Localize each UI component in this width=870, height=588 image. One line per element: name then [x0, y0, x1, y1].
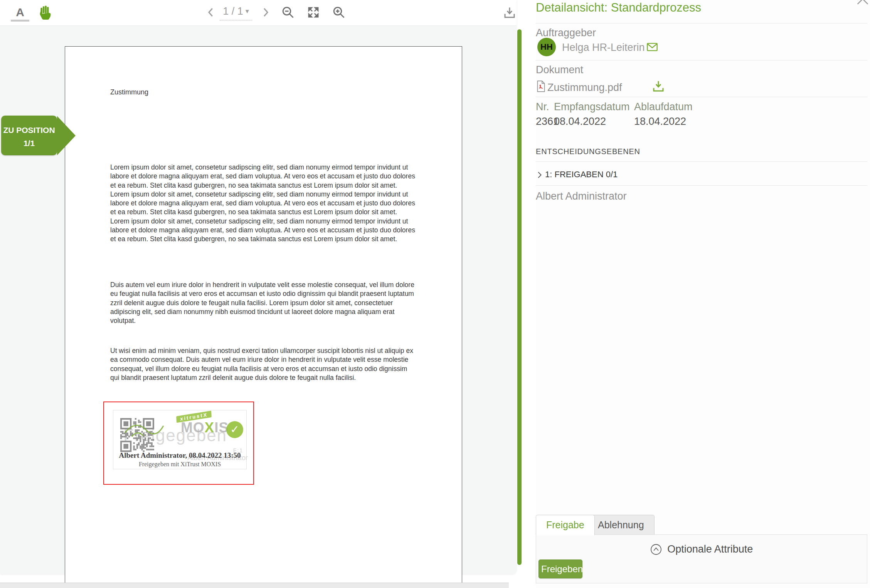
- document-paragraph: Lorem ipsum dolor sit amet, consetetur s…: [110, 163, 417, 244]
- document-viewer-panel: A 1 / 1▾: [0, 0, 517, 574]
- document-section-label: Dokument: [536, 64, 583, 76]
- email-icon[interactable]: [646, 41, 658, 53]
- document-title: Zustimmung: [110, 88, 148, 96]
- collapse-panel-chevron-icon[interactable]: [855, 0, 870, 9]
- next-page-button[interactable]: [259, 6, 272, 19]
- vertical-scrollbar-thumb[interactable]: [517, 29, 522, 565]
- pdf-file-icon: [536, 80, 546, 92]
- divider: [536, 60, 867, 60]
- hand-pan-tool-icon[interactable]: [36, 3, 55, 22]
- previous-page-button[interactable]: [204, 6, 217, 19]
- meta-header-nr: Nr.: [536, 101, 549, 113]
- signature-scribble-icon: [120, 416, 167, 447]
- meta-value-received: 08.04.2022: [554, 116, 606, 128]
- zoom-in-icon[interactable]: [332, 5, 346, 20]
- page-indicator-dropdown[interactable]: 1 / 1▾: [220, 5, 252, 20]
- moxis-logo: xitrustX MOXIS ✓: [175, 413, 244, 442]
- caret-down-icon: ▾: [246, 7, 249, 15]
- stamp-caption: Freigegeben mit XiTrust MOXIS: [113, 461, 246, 468]
- viewer-toolbar: A 1 / 1▾: [0, 0, 517, 26]
- freigabe-tab-panel: Optionale Attribute: [536, 534, 867, 583]
- chevron-up-circle-icon: [650, 544, 662, 555]
- detail-panel-title: Detailansicht: Standardprozess: [536, 1, 701, 15]
- client-section-label: Auftraggeber: [536, 27, 596, 39]
- divider: [536, 185, 867, 186]
- document-filename-link[interactable]: Zustimmung.pdf: [547, 82, 622, 94]
- pdf-page: Zustimmung Lorem ipsum dolor sit amet, c…: [65, 46, 462, 584]
- app-window: A 1 / 1▾: [0, 0, 870, 588]
- client-name: Helga HR-Leiterin: [562, 42, 645, 54]
- optional-attributes-label: Optionale Attribute: [667, 543, 753, 555]
- signature-stamp: Freigegeben xitrustX MOXIS ✓ F:1 Albert …: [113, 410, 247, 469]
- tab-ablehnung[interactable]: Ablehnung: [587, 515, 655, 534]
- check-circle-icon: ✓: [226, 421, 243, 438]
- document-paragraph: Ut wisi enim ad minim veniam, quis nostr…: [110, 346, 417, 382]
- decision-levels-heading: ENTSCHEIDUNGSEBENEN: [536, 147, 640, 156]
- meta-header-received: Empfangsdatum: [554, 101, 630, 113]
- position-badge-line1: ZU POSITION: [1, 126, 57, 135]
- detail-panel: Detailansicht: Standardprozess Auftragge…: [536, 0, 870, 588]
- stamp-signer-line: Albert Administrator, 08.04.2022 13:50: [113, 451, 246, 460]
- divider: [536, 97, 867, 97]
- download-file-icon[interactable]: [651, 79, 665, 93]
- approver-name: Albert Administrator: [536, 190, 627, 202]
- download-document-icon[interactable]: [502, 5, 517, 21]
- viewer-content-area: Zustimmung Lorem ipsum dolor sit amet, c…: [0, 26, 517, 574]
- meta-value-expiry: 18.04.2022: [634, 116, 686, 128]
- divider: [536, 161, 867, 162]
- fullscreen-icon[interactable]: [306, 5, 321, 20]
- approve-button[interactable]: Freigeben: [538, 559, 582, 578]
- zoom-out-icon[interactable]: [281, 5, 295, 20]
- meta-header-expiry: Ablaufdatum: [634, 101, 693, 113]
- decision-level-label: 1: FREIGABEN 0/1: [545, 170, 618, 180]
- go-to-position-badge[interactable]: ZU POSITION 1/1: [1, 116, 57, 155]
- divider: [536, 23, 867, 24]
- text-tool-button[interactable]: A: [11, 5, 29, 22]
- signature-position-box[interactable]: Freigegeben xitrustX MOXIS ✓ F:1 Albert …: [103, 402, 254, 485]
- moxis-wordmark: MOXIS: [181, 420, 229, 436]
- position-badge-line2: 1/1: [1, 139, 57, 148]
- chevron-right-icon: [536, 171, 544, 179]
- horizontal-scrollbar[interactable]: [0, 583, 509, 588]
- document-paragraph: Duis autem vel eum iriure dolor in hendr…: [110, 281, 417, 325]
- optional-attributes-toggle[interactable]: Optionale Attribute: [536, 543, 867, 555]
- avatar: HH: [537, 38, 556, 56]
- tab-freigabe[interactable]: Freigabe: [536, 515, 595, 535]
- page-indicator-label: 1 / 1: [223, 5, 243, 17]
